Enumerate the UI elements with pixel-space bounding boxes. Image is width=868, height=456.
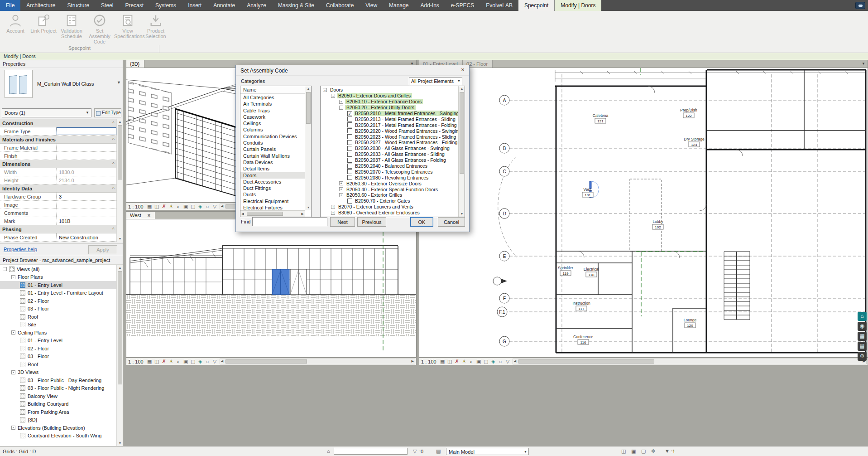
view-control-icons[interactable]: ▦◫✗☀◐▣▢◈○▽	[146, 359, 219, 364]
assembly-node-b2050-2023[interactable]: B2050.2023 - Wood Framed Entrances - Sli…	[321, 134, 458, 140]
ribbon-tab-systems[interactable]: Systems	[149, 0, 182, 11]
category-all-categories[interactable]: All Categories	[240, 94, 305, 101]
assembly-node-b2050-2037[interactable]: B2050.2037 - All Glass Entrances - Foldi…	[321, 157, 458, 163]
assembly-node-b2050-30[interactable]: +B2050.30 - Exterior Oversize Doors	[321, 180, 458, 186]
account-button[interactable]: Account	[2, 13, 29, 44]
checkbox-icon[interactable]	[347, 122, 352, 127]
category-curtain-wall-mullions[interactable]: Curtain Wall Mullions	[240, 153, 305, 159]
isolate-icon[interactable]: ◈	[490, 359, 497, 364]
product-selection-button[interactable]: Product Selection	[142, 13, 169, 44]
ribbon-tab-file[interactable]: File	[0, 0, 20, 11]
checkbox-icon[interactable]	[347, 169, 352, 174]
scale-label[interactable]: 1 : 100	[128, 359, 144, 364]
ribbon-tab-modify-doors[interactable]: Modify | Doors	[554, 0, 601, 11]
tree-collapse-icon[interactable]: -	[11, 275, 15, 279]
assembly-node-b2070[interactable]: +B2070 - Exterior Louvers and Vents	[321, 204, 458, 210]
tab-bar-corner-button[interactable]	[855, 2, 865, 9]
property-value[interactable]	[57, 127, 116, 135]
assembly-node-b2050-10[interactable]: +B2050.10 - Exterior Entrance Doors	[321, 99, 458, 105]
browser-item-building-courtyard[interactable]: Building Courtyard	[0, 400, 116, 408]
crop-view-icon[interactable]: ▣	[182, 204, 189, 209]
checkbox-icon[interactable]	[347, 158, 352, 163]
scroll-up-icon[interactable]: ▲	[117, 119, 123, 125]
view-control-icons[interactable]: ▦◫✗☀◐▣▢◈○▽	[439, 359, 512, 364]
checkbox-checked-icon[interactable]: ✓	[347, 111, 352, 116]
ribbon-tab-precast[interactable]: Precast	[119, 0, 149, 11]
property-value[interactable]: 1830.0	[57, 168, 116, 176]
drag-elements-icon[interactable]: ✥	[651, 448, 655, 454]
scroll-down-icon[interactable]: ▼	[117, 441, 123, 446]
category-communication-devices[interactable]: Communication Devices	[240, 133, 305, 140]
scroll-right-icon[interactable]: ▶	[302, 212, 304, 216]
ribbon-tab-annotate[interactable]: Annotate	[207, 0, 241, 11]
browser-item-01-entry-level[interactable]: 01 - Entry Level	[0, 281, 116, 289]
browser-item-site[interactable]: Site	[0, 321, 116, 329]
browser-item-02-floor[interactable]: 02 - Floor	[0, 297, 116, 305]
checkbox-icon[interactable]	[347, 199, 352, 204]
property-value[interactable]	[57, 209, 116, 217]
collapse-icon[interactable]: ^	[112, 137, 115, 142]
assembly-node-b2050-2040[interactable]: B2050.2040 - Balanced Entrances	[321, 163, 458, 169]
property-value[interactable]: 3	[57, 193, 116, 200]
browser-item-3d[interactable]: {3D}	[0, 416, 116, 424]
assembly-node-b2050-2020[interactable]: B2050.2020 - Wood Framed Entrances - Swi…	[321, 128, 458, 134]
show-crop-icon[interactable]: ▢	[190, 359, 197, 364]
worksets-box[interactable]	[334, 448, 408, 455]
filter-icon[interactable]: ▽	[413, 448, 417, 454]
ribbon-tab-architecture[interactable]: Architecture	[20, 0, 61, 11]
category-columns[interactable]: Columns	[240, 126, 305, 133]
show-crop-icon[interactable]: ▢	[483, 359, 489, 364]
scrollbar-thumb[interactable]	[518, 359, 654, 364]
home-icon[interactable]: ⌂	[327, 448, 330, 454]
property-group-identity-data[interactable]: ^Identity Data	[0, 184, 116, 193]
validation-schedule-button[interactable]: Validation Schedule	[58, 13, 85, 44]
link-project-button[interactable]: Link Project	[30, 13, 57, 44]
assembly-node-b2050-2033[interactable]: B2050.2033 - All Glass Entrances - Slidi…	[321, 151, 458, 157]
tree-scrollbar[interactable]: ▲ ▼	[458, 86, 465, 217]
detail-level-icon[interactable]: ▦	[146, 204, 153, 209]
cancel-button[interactable]: Cancel	[438, 217, 465, 227]
home-view-button[interactable]: ⌂	[858, 312, 867, 321]
category-casework[interactable]: Casework	[240, 114, 305, 120]
ribbon-tab-add-ins[interactable]: Add-Ins	[414, 0, 445, 11]
visual-style-icon[interactable]: ◫	[153, 204, 160, 209]
edit-type-button[interactable]: Edit Type	[94, 108, 121, 117]
detail-level-icon[interactable]: ▦	[146, 359, 153, 364]
horizontal-scrollbar[interactable]: ◀ ▶	[513, 359, 867, 364]
browser-item-03-floor[interactable]: 03 - Floor	[0, 353, 116, 361]
project-browser-scrollbar[interactable]: ▲ ▼	[116, 265, 123, 446]
reveal-hidden-icon[interactable]: ○	[204, 204, 211, 209]
next-button[interactable]: Next	[330, 217, 355, 227]
checkbox-icon[interactable]	[347, 116, 352, 121]
view-tab-3d[interactable]: {3D}	[126, 60, 144, 68]
property-group-construction[interactable]: ^Construction	[0, 119, 116, 127]
property-value[interactable]: 2134.0	[57, 176, 116, 184]
find-input[interactable]	[252, 217, 327, 226]
scrollbar-thumb[interactable]	[306, 92, 311, 124]
property-value[interactable]: 101B	[57, 217, 116, 225]
categories-list-header[interactable]: Name	[240, 86, 305, 94]
scroll-up-icon[interactable]: ▲	[117, 265, 123, 271]
visual-style-icon[interactable]: ◫	[153, 359, 160, 364]
scroll-up-icon[interactable]: ▲	[459, 86, 465, 92]
select-link-icon[interactable]: ◫	[621, 448, 626, 454]
collapse-icon[interactable]: ^	[112, 161, 115, 167]
category-ceilings[interactable]: Ceilings	[240, 120, 305, 126]
browser-item-elevations-building-elevation[interactable]: -Elevations (Building Elevation)	[0, 424, 116, 432]
isolate-icon[interactable]: ◈	[197, 204, 204, 209]
ribbon-tab-manage[interactable]: Manage	[383, 0, 414, 11]
browser-item-courtyard-elevation-south-wing[interactable]: Courtyard Elevation - South Wing	[0, 432, 116, 440]
assembly-node-b2050-2027[interactable]: B2050.2027 - Wood Framed Entrances - Fol…	[321, 140, 458, 146]
view-specifications-button[interactable]: View Specifications	[114, 13, 141, 44]
panel-button[interactable]: ▦	[858, 332, 867, 341]
category-air-terminals[interactable]: Air Terminals	[240, 101, 305, 107]
shadows-icon[interactable]: ◐	[175, 204, 182, 209]
close-icon[interactable]: ×	[458, 66, 467, 74]
view-properties-icon[interactable]: ▽	[504, 359, 511, 364]
scroll-down-icon[interactable]: ▼	[117, 236, 123, 242]
scroll-down-icon[interactable]: ▼	[305, 205, 312, 210]
camera-button[interactable]: ◉	[858, 322, 867, 331]
view-canvas-plan[interactable]: ABCDEFF.1G Cafeteria121Prep/Dish122Dry S…	[419, 68, 868, 358]
visual-style-icon[interactable]: ◫	[446, 359, 453, 364]
collapse-icon[interactable]: ^	[112, 227, 115, 232]
